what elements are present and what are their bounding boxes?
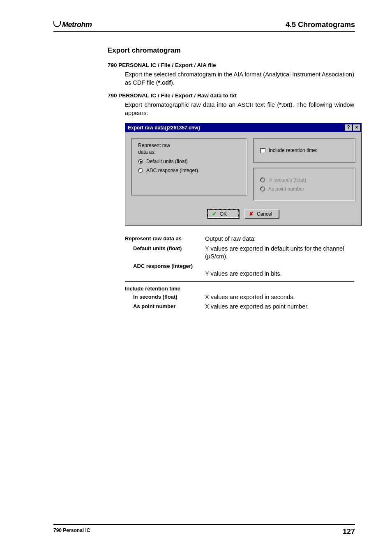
def-adc: ADC response (integer) (125, 263, 193, 269)
aia-menu-path: 790 PERSONAL IC / File / Export / AIA fi… (108, 62, 354, 68)
radio-as-point-number: As point number (260, 186, 348, 192)
def-as-point-desc: X values are exported as point number. (205, 303, 354, 311)
def-adc-desc: Y values are exported in bits. (205, 270, 354, 278)
def-include-rt: Include retention time (125, 286, 180, 292)
radio-in-seconds: In seconds (float) (260, 177, 348, 183)
def-represent-as-desc: Output of raw data: (205, 235, 354, 243)
def-row: Include retention time (125, 285, 354, 292)
aia-description: Export the selected chromatogram in the … (125, 71, 354, 87)
def-row: Default units (float) Y values are expor… (125, 245, 354, 261)
export-heading: Export chromatogram (108, 46, 354, 55)
page-footer: 790 Personal IC 127 (53, 524, 355, 536)
checkbox-icon (260, 148, 265, 153)
def-row: Represent raw data as Output of raw data… (125, 235, 354, 243)
txt-menu-path: 790 PERSONAL IC / File / Export / Raw da… (108, 92, 354, 99)
help-button[interactable]: ? (345, 124, 352, 131)
def-row: ADC response (integer) (125, 263, 354, 269)
def-in-seconds-desc: X values are exported in seconds. (205, 293, 354, 302)
brand-logo: Metrohm (53, 21, 92, 29)
section-heading: 4.5 Chromatograms (286, 21, 355, 29)
radio-default-units[interactable]: Default units (float) (138, 159, 240, 164)
def-default-units: Default units (float) (125, 245, 182, 251)
cancel-button[interactable]: ✘ Cancel (244, 210, 279, 218)
represent-label: Represent raw data as: (138, 143, 240, 155)
txt-description: Export chromatographic raw data into an … (125, 101, 354, 117)
page-header: Metrohm 4.5 Chromatograms (53, 21, 355, 32)
include-retention-checkbox[interactable]: Include retention time: (260, 147, 348, 153)
export-raw-data-dialog: Export raw data{j2261357.chw} ? × Repres… (125, 123, 362, 226)
def-represent-as: Represent raw data as (125, 235, 182, 242)
footer-title: 790 Personal IC (53, 527, 90, 536)
radio-icon (260, 177, 265, 182)
logo-text: Metrohm (62, 21, 92, 29)
separator (125, 281, 354, 282)
radio-icon (138, 168, 143, 173)
ok-button[interactable]: ✔ OK (208, 210, 239, 218)
def-row: As point number X values are exported as… (125, 303, 354, 311)
radio-icon (138, 159, 143, 164)
dialog-title: Export raw data{j2261357.chw} (128, 125, 200, 131)
radio-adc-response[interactable]: ADC response (integer) (138, 168, 240, 173)
page-number: 127 (343, 527, 355, 536)
retention-format-group: In seconds (float) As point number (253, 168, 355, 201)
def-row: Y values are exported in bits. (125, 270, 354, 278)
represent-group: Represent raw data as: Default units (fl… (131, 138, 247, 196)
retention-check-group: Include retention time: (253, 138, 355, 163)
radio-icon (260, 187, 265, 191)
dialog-titlebar: Export raw data{j2261357.chw} ? × (125, 123, 361, 132)
x-icon: ✘ (249, 211, 254, 217)
def-in-seconds: In seconds (float) (125, 294, 178, 300)
def-row: In seconds (float) X values are exported… (125, 293, 354, 302)
logo-swirl-icon (53, 21, 61, 27)
def-default-units-desc: Y values are exported in default units f… (205, 245, 354, 261)
close-button[interactable]: × (353, 124, 360, 131)
def-as-point: As point number (125, 303, 175, 309)
check-icon: ✔ (212, 211, 217, 217)
